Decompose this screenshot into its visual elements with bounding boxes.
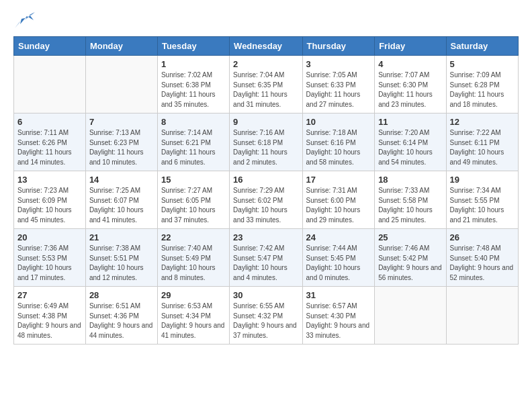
day-info: Sunrise: 6:51 AM Sunset: 4:36 PM Dayligh… — [89, 302, 154, 340]
day-number: 8 — [161, 117, 226, 127]
day-info: Sunrise: 7:07 AM Sunset: 6:30 PM Dayligh… — [378, 71, 442, 109]
day-info: Sunrise: 7:44 AM Sunset: 5:45 PM Dayligh… — [306, 244, 371, 283]
day-info: Sunrise: 7:02 AM Sunset: 6:38 PM Dayligh… — [161, 71, 226, 109]
day-number: 3 — [306, 59, 371, 69]
day-number: 15 — [161, 175, 226, 185]
day-number: 22 — [161, 232, 226, 242]
calendar-cell: 29Sunrise: 6:53 AM Sunset: 4:34 PM Dayli… — [157, 287, 229, 345]
calendar-cell: 28Sunrise: 6:51 AM Sunset: 4:36 PM Dayli… — [85, 287, 157, 345]
calendar-header-monday: Monday — [85, 37, 157, 56]
day-info: Sunrise: 7:05 AM Sunset: 6:33 PM Dayligh… — [306, 71, 371, 109]
calendar-cell — [85, 56, 157, 113]
svg-marker-0 — [20, 12, 35, 24]
day-number: 28 — [89, 290, 154, 300]
calendar-cell: 30Sunrise: 6:55 AM Sunset: 4:32 PM Dayli… — [230, 287, 302, 345]
calendar-cell: 20Sunrise: 7:36 AM Sunset: 5:53 PM Dayli… — [14, 229, 86, 287]
calendar-cell: 7Sunrise: 7:13 AM Sunset: 6:23 PM Daylig… — [85, 113, 157, 171]
calendar-cell: 13Sunrise: 7:23 AM Sunset: 6:09 PM Dayli… — [14, 171, 86, 229]
day-number: 5 — [450, 59, 515, 69]
day-info: Sunrise: 6:57 AM Sunset: 4:30 PM Dayligh… — [306, 302, 371, 340]
calendar-cell: 6Sunrise: 7:11 AM Sunset: 6:26 PM Daylig… — [14, 113, 86, 171]
calendar-cell: 23Sunrise: 7:42 AM Sunset: 5:47 PM Dayli… — [230, 229, 302, 287]
day-info: Sunrise: 7:04 AM Sunset: 6:35 PM Dayligh… — [233, 71, 298, 109]
day-number: 9 — [233, 117, 298, 127]
day-number: 30 — [233, 290, 298, 300]
day-info: Sunrise: 7:29 AM Sunset: 6:02 PM Dayligh… — [233, 186, 298, 225]
day-info: Sunrise: 6:49 AM Sunset: 4:38 PM Dayligh… — [17, 302, 82, 340]
day-number: 29 — [161, 290, 226, 300]
day-info: Sunrise: 7:33 AM Sunset: 5:58 PM Dayligh… — [378, 186, 442, 225]
calendar-cell: 14Sunrise: 7:25 AM Sunset: 6:07 PM Dayli… — [85, 171, 157, 229]
day-info: Sunrise: 7:36 AM Sunset: 5:53 PM Dayligh… — [17, 244, 82, 283]
calendar-cell — [375, 287, 446, 345]
calendar-cell: 10Sunrise: 7:18 AM Sunset: 6:16 PM Dayli… — [302, 113, 375, 171]
calendar-cell: 25Sunrise: 7:46 AM Sunset: 5:42 PM Dayli… — [375, 229, 446, 287]
day-number: 18 — [378, 175, 442, 185]
calendar-header-row: SundayMondayTuesdayWednesdayThursdayFrid… — [14, 37, 519, 56]
calendar-table: SundayMondayTuesdayWednesdayThursdayFrid… — [13, 36, 519, 345]
day-number: 1 — [161, 59, 226, 69]
calendar-cell — [446, 287, 518, 345]
calendar-cell: 9Sunrise: 7:16 AM Sunset: 6:18 PM Daylig… — [230, 113, 302, 171]
calendar-week-3: 20Sunrise: 7:36 AM Sunset: 5:53 PM Dayli… — [14, 229, 519, 287]
day-number: 21 — [89, 232, 154, 242]
day-number: 4 — [378, 59, 442, 69]
day-number: 14 — [89, 175, 154, 185]
calendar-cell: 11Sunrise: 7:20 AM Sunset: 6:14 PM Dayli… — [375, 113, 446, 171]
day-number: 24 — [306, 232, 371, 242]
calendar-cell: 12Sunrise: 7:22 AM Sunset: 6:11 PM Dayli… — [446, 113, 518, 171]
calendar-cell: 26Sunrise: 7:48 AM Sunset: 5:40 PM Dayli… — [446, 229, 518, 287]
calendar-header-saturday: Saturday — [446, 37, 518, 56]
calendar-cell: 15Sunrise: 7:27 AM Sunset: 6:05 PM Dayli… — [157, 171, 229, 229]
day-info: Sunrise: 7:16 AM Sunset: 6:18 PM Dayligh… — [233, 128, 298, 167]
header — [13, 11, 519, 30]
calendar-cell: 27Sunrise: 6:49 AM Sunset: 4:38 PM Dayli… — [14, 287, 86, 345]
calendar-cell: 3Sunrise: 7:05 AM Sunset: 6:33 PM Daylig… — [302, 56, 375, 113]
logo-bird-icon — [15, 11, 35, 30]
calendar-header-friday: Friday — [375, 37, 446, 56]
logo — [13, 11, 35, 30]
calendar-cell: 17Sunrise: 7:31 AM Sunset: 6:00 PM Dayli… — [302, 171, 375, 229]
day-number: 11 — [378, 117, 442, 127]
day-info: Sunrise: 7:09 AM Sunset: 6:28 PM Dayligh… — [450, 71, 515, 109]
day-info: Sunrise: 6:55 AM Sunset: 4:32 PM Dayligh… — [233, 302, 298, 340]
day-info: Sunrise: 7:48 AM Sunset: 5:40 PM Dayligh… — [450, 244, 515, 283]
day-number: 6 — [17, 117, 82, 127]
calendar-cell: 19Sunrise: 7:34 AM Sunset: 5:55 PM Dayli… — [446, 171, 518, 229]
calendar-week-2: 13Sunrise: 7:23 AM Sunset: 6:09 PM Dayli… — [14, 171, 519, 229]
day-number: 23 — [233, 232, 298, 242]
day-info: Sunrise: 7:13 AM Sunset: 6:23 PM Dayligh… — [89, 128, 154, 167]
day-info: Sunrise: 7:22 AM Sunset: 6:11 PM Dayligh… — [450, 128, 515, 167]
day-info: Sunrise: 7:23 AM Sunset: 6:09 PM Dayligh… — [17, 186, 82, 225]
day-info: Sunrise: 6:53 AM Sunset: 4:34 PM Dayligh… — [161, 302, 226, 340]
day-info: Sunrise: 7:46 AM Sunset: 5:42 PM Dayligh… — [378, 244, 442, 283]
day-info: Sunrise: 7:38 AM Sunset: 5:51 PM Dayligh… — [89, 244, 154, 283]
day-number: 7 — [89, 117, 154, 127]
day-number: 19 — [450, 175, 515, 185]
day-number: 25 — [378, 232, 442, 242]
day-info: Sunrise: 7:34 AM Sunset: 5:55 PM Dayligh… — [450, 186, 515, 225]
day-info: Sunrise: 7:14 AM Sunset: 6:21 PM Dayligh… — [161, 128, 226, 167]
calendar-cell: 16Sunrise: 7:29 AM Sunset: 6:02 PM Dayli… — [230, 171, 302, 229]
day-info: Sunrise: 7:40 AM Sunset: 5:49 PM Dayligh… — [161, 244, 226, 283]
calendar-cell: 18Sunrise: 7:33 AM Sunset: 5:58 PM Dayli… — [375, 171, 446, 229]
calendar-cell: 2Sunrise: 7:04 AM Sunset: 6:35 PM Daylig… — [230, 56, 302, 113]
day-number: 17 — [306, 175, 371, 185]
day-number: 31 — [306, 290, 371, 300]
calendar-cell: 1Sunrise: 7:02 AM Sunset: 6:38 PM Daylig… — [157, 56, 229, 113]
calendar-cell — [14, 56, 86, 113]
calendar-cell: 31Sunrise: 6:57 AM Sunset: 4:30 PM Dayli… — [302, 287, 375, 345]
day-info: Sunrise: 7:31 AM Sunset: 6:00 PM Dayligh… — [306, 186, 371, 225]
day-info: Sunrise: 7:20 AM Sunset: 6:14 PM Dayligh… — [378, 128, 442, 167]
day-number: 16 — [233, 175, 298, 185]
day-number: 13 — [17, 175, 82, 185]
day-info: Sunrise: 7:25 AM Sunset: 6:07 PM Dayligh… — [89, 186, 154, 225]
day-number: 10 — [306, 117, 371, 127]
calendar-header-tuesday: Tuesday — [157, 37, 229, 56]
page-container: SundayMondayTuesdayWednesdayThursdayFrid… — [0, 0, 532, 355]
day-info: Sunrise: 7:18 AM Sunset: 6:16 PM Dayligh… — [306, 128, 371, 167]
day-number: 26 — [450, 232, 515, 242]
calendar-cell: 24Sunrise: 7:44 AM Sunset: 5:45 PM Dayli… — [302, 229, 375, 287]
calendar-week-0: 1Sunrise: 7:02 AM Sunset: 6:38 PM Daylig… — [14, 56, 519, 113]
day-number: 20 — [17, 232, 82, 242]
